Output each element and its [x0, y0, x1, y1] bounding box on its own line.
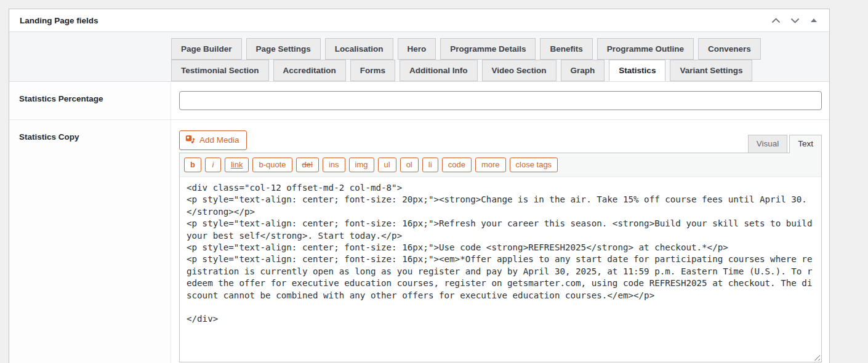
text-mode-tab[interactable]: Text — [789, 135, 822, 153]
quicktag-more-button[interactable]: more — [475, 158, 506, 172]
add-media-button[interactable]: Add Media — [179, 130, 247, 150]
quicktag-bquote-button[interactable]: b-quote — [252, 158, 292, 172]
collapse-toggle-button[interactable] — [807, 14, 821, 27]
statistics-percentage-label: Statistics Percentage — [9, 82, 171, 119]
quicktag-ul-button[interactable]: ul — [378, 158, 396, 172]
quicktags-toolbar: b i link b-quote del ins img ul ol li co… — [180, 153, 821, 177]
quicktag-code-button[interactable]: code — [442, 158, 472, 172]
tab-additional-info[interactable]: Additional Info — [400, 60, 477, 81]
metabox-handle-actions — [769, 14, 829, 27]
statistics-copy-textarea[interactable]: <div class="col-12 offset-md-2 col-md-8"… — [180, 177, 821, 362]
tab-row-2: Testimonial Section Accreditation Forms … — [171, 60, 821, 81]
tab-forms[interactable]: Forms — [350, 60, 395, 81]
quicktag-closetags-button[interactable]: close tags — [510, 158, 558, 172]
quicktag-img-button[interactable]: img — [349, 158, 374, 172]
tab-benefits[interactable]: Benefits — [540, 38, 592, 60]
tab-hero[interactable]: Hero — [398, 38, 436, 60]
tab-graph[interactable]: Graph — [561, 60, 605, 81]
statistics-percentage-content — [171, 82, 829, 119]
quicktag-bold-button[interactable]: b — [184, 158, 201, 172]
metabox-title: Landing Page fields — [9, 16, 98, 25]
quicktag-del-button[interactable]: del — [296, 158, 319, 172]
tab-programme-outline[interactable]: Programme Outline — [597, 38, 694, 60]
editor-tools: Add Media Visual Text — [179, 130, 822, 153]
statistics-percentage-input[interactable] — [179, 91, 822, 110]
visual-mode-tab[interactable]: Visual — [748, 135, 788, 153]
field-row-statistics-copy: Statistics Copy Add Media — [9, 120, 829, 363]
tab-accreditation[interactable]: Accreditation — [273, 60, 346, 81]
chevron-up-icon — [771, 16, 781, 25]
tab-page-builder[interactable]: Page Builder — [171, 38, 242, 60]
chevron-down-icon — [790, 16, 800, 25]
quicktag-ol-button[interactable]: ol — [400, 158, 419, 172]
tab-localisation[interactable]: Localisation — [325, 38, 393, 60]
field-row-statistics-percentage: Statistics Percentage — [9, 82, 829, 120]
quicktag-link-button[interactable]: link — [225, 158, 249, 172]
triangle-up-icon — [811, 18, 817, 22]
tab-page-settings[interactable]: Page Settings — [246, 38, 321, 60]
editor-frame: b i link b-quote del ins img ul ol li co… — [179, 153, 822, 362]
tab-row-1: Page Builder Page Settings Localisation … — [171, 38, 821, 60]
move-down-button[interactable] — [788, 14, 802, 27]
tab-variant-settings[interactable]: Variant Settings — [670, 60, 752, 81]
tab-conveners[interactable]: Conveners — [698, 38, 761, 60]
tab-programme-details[interactable]: Programme Details — [440, 38, 536, 60]
metabox-header: Landing Page fields — [9, 9, 829, 32]
tab-video-section[interactable]: Video Section — [482, 60, 557, 81]
quicktag-ins-button[interactable]: ins — [323, 158, 345, 172]
tab-testimonial-section[interactable]: Testimonial Section — [171, 60, 269, 81]
field-group-tabs: Page Builder Page Settings Localisation … — [9, 32, 829, 82]
statistics-copy-label: Statistics Copy — [9, 120, 171, 363]
landing-page-fields-metabox: Landing Page fields Page Builder Page Se… — [9, 9, 830, 363]
statistics-copy-content: Add Media Visual Text b i link b-quote d… — [171, 120, 829, 363]
editor-mode-tabs: Visual Text — [748, 135, 822, 153]
quicktag-li-button[interactable]: li — [422, 158, 438, 172]
move-up-button[interactable] — [769, 14, 782, 27]
add-media-label: Add Media — [199, 135, 239, 145]
media-note-icon — [185, 134, 195, 146]
quicktag-italic-button[interactable]: i — [205, 158, 221, 172]
tab-statistics[interactable]: Statistics — [609, 60, 665, 81]
